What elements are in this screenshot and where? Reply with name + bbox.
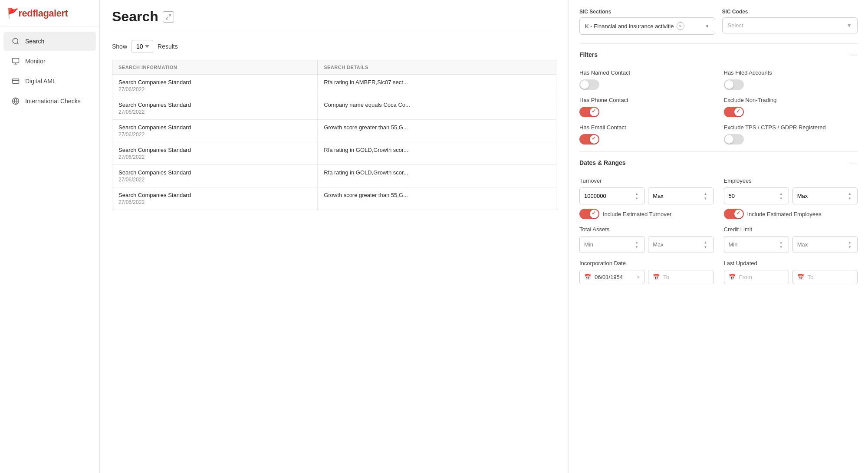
row-date: 27/06/2022 [118, 199, 311, 205]
last-updated-from-value: From [739, 274, 784, 280]
table-row[interactable]: Search Companies Standard 27/06/2022 Gro… [112, 187, 556, 210]
total-assets-max-input[interactable] [653, 241, 702, 248]
toggle-phone-contact[interactable] [579, 107, 599, 117]
last-updated-from-box[interactable]: 📅 From [724, 270, 789, 284]
credit-limit-max-down[interactable]: ▼ [847, 245, 853, 249]
table-row[interactable]: Search Companies Standard 27/06/2022 Gro… [112, 120, 556, 142]
toggle-est-turnover[interactable] [579, 209, 599, 219]
employees-max-box[interactable]: ▲ ▼ [792, 187, 858, 204]
employees-max-spin: ▲ ▼ [847, 191, 853, 200]
credit-limit-min-input[interactable] [729, 241, 778, 248]
flag-icon: 🚩 [7, 8, 19, 19]
sidebar-item-digital-aml[interactable]: Digital AML [3, 72, 96, 91]
total-assets-min-up[interactable]: ▲ [634, 240, 640, 244]
main-content: Search Show 10 25 50 Results SEARCH INFO… [100, 0, 569, 473]
filter-filed-accounts: Has Filed Accounts [724, 69, 858, 90]
credit-limit-min-box[interactable]: ▲ ▼ [724, 236, 789, 253]
sic-sections-select[interactable]: K - Financial and insurance activitie × … [579, 17, 715, 35]
table-row[interactable]: Search Companies Standard 27/06/2022 Rfa… [112, 75, 556, 97]
table-cell-info: Search Companies Standard 27/06/2022 [112, 165, 318, 187]
svg-rect-1 [13, 58, 19, 63]
sidebar-nav: Search Monitor Digital AML International… [0, 26, 99, 116]
turnover-min-box[interactable]: ▲ ▼ [579, 187, 644, 204]
toggle-filed-accounts-thumb [725, 80, 733, 89]
expand-icon[interactable] [163, 11, 174, 23]
employees-max-input[interactable] [797, 193, 847, 199]
dates-collapse-icon[interactable]: — [850, 158, 858, 167]
turnover-min-up[interactable]: ▲ [634, 191, 640, 196]
total-assets-max-down[interactable]: ▼ [703, 245, 709, 249]
total-assets-min-box[interactable]: ▲ ▼ [579, 236, 644, 253]
employees-min-box[interactable]: ▲ ▼ [724, 187, 789, 204]
total-assets-max-box[interactable]: ▲ ▼ [648, 236, 713, 253]
incorporation-date-clear[interactable]: × [637, 274, 640, 280]
table-cell-info: Search Companies Standard 27/06/2022 [112, 120, 318, 142]
turnover-max-box[interactable]: ▲ ▼ [648, 187, 713, 204]
last-updated-label: Last Updated [724, 260, 858, 266]
sic-codes-chevron: ▼ [846, 22, 852, 29]
include-est-employees-row: Include Estimated Employees [724, 209, 858, 219]
employees-min-up[interactable]: ▲ [778, 191, 784, 196]
sic-codes-select[interactable]: Select ▼ [722, 17, 858, 33]
total-assets-min-input[interactable] [584, 241, 634, 248]
include-est-employees-label: Include Estimated Employees [747, 211, 822, 217]
toggle-est-employees[interactable] [724, 209, 744, 219]
turnover-max-up[interactable]: ▲ [703, 191, 709, 196]
table-row[interactable]: Search Companies Standard 27/06/2022 Rfa… [112, 165, 556, 187]
toggle-exclude-non-trading-thumb [734, 108, 743, 116]
incorporation-date-from-box[interactable]: 📅 06/01/1954 × [579, 270, 644, 284]
turnover-min-down[interactable]: ▼ [634, 196, 640, 200]
table-cell-info: Search Companies Standard 27/06/2022 [112, 75, 318, 97]
toggle-exclude-tps[interactable] [724, 134, 744, 145]
total-assets-min-down[interactable]: ▼ [634, 245, 640, 249]
table-row[interactable]: Search Companies Standard 27/06/2022 Com… [112, 97, 556, 120]
turnover-max-input[interactable] [653, 193, 702, 199]
employees-max-up[interactable]: ▲ [847, 191, 853, 196]
filter-phone-contact: Has Phone Contact [579, 97, 713, 117]
svg-line-5 [166, 17, 168, 19]
credit-limit-max-up[interactable]: ▲ [847, 240, 853, 244]
row-title: Search Companies Standard [118, 102, 311, 108]
toggle-filed-accounts[interactable] [724, 79, 744, 90]
sic-codes-group: SIC Codes Select ▼ [722, 9, 858, 35]
sic-sections-label: SIC Sections [579, 9, 715, 15]
credit-limit-min-up[interactable]: ▲ [778, 240, 784, 244]
include-est-turnover-row: Include Estimated Turnover [579, 209, 713, 219]
filters-collapse-icon[interactable]: — [850, 50, 858, 59]
employees-min-input[interactable] [729, 193, 778, 199]
last-updated-to-box[interactable]: 📅 To [792, 270, 858, 284]
total-assets-group: Total Assets ▲ ▼ ▲ ▼ [579, 226, 713, 253]
sidebar-item-international-checks[interactable]: International Checks [3, 92, 96, 111]
credit-limit-min-down[interactable]: ▼ [778, 245, 784, 249]
table-row[interactable]: Search Companies Standard 27/06/2022 Rfa… [112, 142, 556, 165]
sidebar-label-digital-aml: Digital AML [25, 78, 56, 85]
toggle-exclude-non-trading[interactable] [724, 107, 744, 117]
toggle-email-contact[interactable] [579, 134, 599, 145]
calendar-icon-3: 📅 [729, 274, 736, 280]
incorporation-date-to-box[interactable]: 📅 To [648, 270, 713, 284]
dates-title: Dates & Ranges [579, 159, 626, 166]
sic-sections-clear[interactable]: × [677, 22, 684, 30]
toggle-named-contact[interactable] [579, 79, 599, 90]
sidebar-label-search: Search [25, 38, 44, 45]
sidebar-item-search[interactable]: Search [3, 32, 96, 51]
intl-icon [11, 97, 20, 105]
filter-email-contact-label: Has Email Contact [579, 124, 713, 131]
sic-codes-label: SIC Codes [722, 9, 858, 15]
filter-phone-contact-label: Has Phone Contact [579, 97, 713, 103]
turnover-label: Turnover [579, 177, 713, 184]
sidebar-item-monitor[interactable]: Monitor [3, 52, 96, 71]
row-date: 27/06/2022 [118, 177, 311, 183]
svg-point-0 [13, 38, 18, 43]
turnover-min-input[interactable] [584, 193, 634, 199]
credit-limit-max-box[interactable]: ▲ ▼ [792, 236, 858, 253]
total-assets-max-up[interactable]: ▲ [703, 240, 709, 244]
filter-named-contact: Has Named Contact [579, 69, 713, 90]
total-assets-label: Total Assets [579, 226, 713, 233]
credit-limit-max-input[interactable] [797, 241, 847, 248]
chevron-down-icon: ▼ [705, 24, 710, 29]
employees-min-down[interactable]: ▼ [778, 196, 784, 200]
show-select[interactable]: 10 25 50 [132, 40, 153, 53]
turnover-max-down[interactable]: ▼ [703, 196, 709, 200]
employees-max-down[interactable]: ▼ [847, 196, 853, 200]
